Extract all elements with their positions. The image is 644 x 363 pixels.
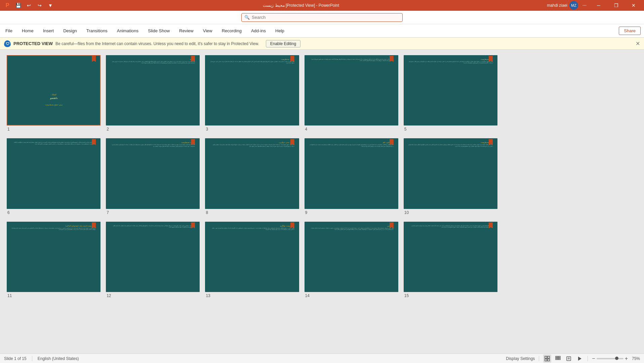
slide-thumb-1: استاد : دانشجو درس حقوق محیط زیست <box>7 55 100 125</box>
tab-recording[interactable]: Recording <box>217 26 246 36</box>
slide-item-6[interactable]: در حقوق کیفری معاصر دانشمندان قائل به لز… <box>7 138 100 215</box>
slide-thumb-7: ضمانت محیط‌زیست ضمانت اجرای قوانین محیط … <box>106 138 200 209</box>
slide-item-15[interactable]: یکی از چالش‌های اصلی در حقوق محیط زیست ا… <box>404 222 497 298</box>
user-avatar[interactable]: MZ <box>569 1 578 10</box>
tab-review[interactable]: Review <box>174 26 198 36</box>
slide-thumb-4: برنامه اینکه به توجه به چند روز ماندگاری… <box>305 55 398 125</box>
view-slide-sorter-button[interactable] <box>554 355 562 363</box>
slide-number-14: 14 <box>305 293 310 298</box>
zoom-thumb <box>615 357 618 360</box>
slide-item-10[interactable]: کیفر محیط‌زیست بر اساس نظام حقوقی ایران،… <box>404 138 497 215</box>
svg-rect-6 <box>559 356 560 358</box>
view-reading-button[interactable] <box>565 355 573 363</box>
zoom-in-button[interactable]: + <box>625 356 628 361</box>
protected-view-banner: 🛡 PROTECTED VIEW Be careful—files from t… <box>0 38 644 50</box>
status-divider-3 <box>588 356 588 361</box>
share-button[interactable]: Share <box>619 27 641 35</box>
slide-item-3[interactable]: حریمه محیط‌زیست مجازات‌های مربوط به جرائ… <box>205 55 299 132</box>
svg-rect-0 <box>545 356 547 358</box>
slide-thumb-10: کیفر محیط‌زیست بر اساس نظام حقوقی ایران،… <box>404 138 497 209</box>
enable-editing-button[interactable]: Enable Editing <box>266 40 300 47</box>
tab-help[interactable]: Help <box>271 26 289 36</box>
close-button[interactable]: ✕ <box>626 0 641 11</box>
slide-thumb-14: حد و مرز تعیین حدود و مرزهای مسئولیت در … <box>305 222 398 292</box>
tab-transitions[interactable]: Transitions <box>82 26 112 36</box>
slide-item-13[interactable]: محیط‌زیست توانگری توسعه پایدار به عنوان … <box>205 222 299 298</box>
slide-number-10: 10 <box>404 210 409 215</box>
svg-rect-9 <box>559 358 560 360</box>
svg-rect-3 <box>548 359 550 361</box>
status-bar: Slide 1 of 15 English (United States) Di… <box>0 354 644 363</box>
tab-home[interactable]: Home <box>17 26 38 36</box>
slide-item-14[interactable]: حد و مرز تعیین حدود و مرزهای مسئولیت در … <box>305 222 398 298</box>
save-icon[interactable]: 💾 <box>13 2 23 9</box>
redo-icon[interactable]: ↪ <box>35 2 44 9</box>
slide-thumb-2: مقدمه شناخت ما درباره نزاعی که از نزاعات… <box>106 55 200 125</box>
shield-icon: 🛡 <box>4 40 11 47</box>
minimize-button[interactable]: ─ <box>591 0 606 11</box>
title-bar-center: محیط زیست [Protected View] - PowerPoint <box>55 3 547 8</box>
slide-thumb-5: کیفر محیط‌زیست کیفر در حقوق محیط زیست به… <box>404 55 497 125</box>
slide-thumb-12: مسائل زیست محیطی در عصر حاضر دیگر محدود … <box>106 222 200 292</box>
status-bar-right: Display Settings − + 75% <box>506 355 640 363</box>
slide-number-5: 5 <box>404 127 407 132</box>
slide-item-12[interactable]: مسائل زیست محیطی در عصر حاضر دیگر محدود … <box>106 222 200 298</box>
slide-thumb-9: سند قانون علم اسناد و قوانین بین‌المللی … <box>305 138 398 209</box>
slide-item-7[interactable]: ضمانت محیط‌زیست ضمانت اجرای قوانین محیط … <box>106 138 200 215</box>
restore-button[interactable]: ❐ <box>608 0 624 11</box>
powerpoint-icon[interactable]: P <box>3 2 12 9</box>
title-bar-left: P 💾 ↩ ↪ ▼ <box>3 2 55 9</box>
ribbon-display-icon[interactable]: ⋯ <box>580 1 589 10</box>
slide-item-5[interactable]: کیفر محیط‌زیست کیفر در حقوق محیط زیست به… <box>404 55 497 132</box>
slide-number-3: 3 <box>205 127 208 132</box>
zoom-out-button[interactable]: − <box>592 356 595 361</box>
protected-view-text: Be careful—files from the Internet can c… <box>55 41 259 46</box>
banner-close-icon[interactable]: ✕ <box>636 40 640 47</box>
slide-number-7: 7 <box>106 210 109 215</box>
slide-thumb-6: در حقوق کیفری معاصر دانشمندان قائل به لز… <box>7 138 100 209</box>
zoom-level[interactable]: 75% <box>629 356 640 361</box>
tab-addins[interactable]: Add-ins <box>246 26 271 36</box>
window-title: محیط زیست [Protected View] - PowerPoint <box>263 3 339 8</box>
svg-rect-10 <box>567 357 571 361</box>
title-bar: P 💾 ↩ ↪ ▼ محیط زیست [Protected View] - P… <box>0 0 644 11</box>
slide-thumb-11: محیط‌زیست امنیت ملت (مسئولیت کمالی) محیط… <box>7 222 100 292</box>
tab-slideshow[interactable]: Slide Show <box>143 26 174 36</box>
svg-marker-13 <box>578 357 581 361</box>
undo-icon[interactable]: ↩ <box>24 2 34 9</box>
slide-number-15: 15 <box>404 293 409 298</box>
view-slideshow-button[interactable] <box>575 355 583 363</box>
slide-item-9[interactable]: سند قانون علم اسناد و قوانین بین‌المللی … <box>305 138 398 215</box>
tab-insert[interactable]: Insert <box>38 26 59 36</box>
tab-design[interactable]: Design <box>58 26 81 36</box>
slide-number-11: 11 <box>7 293 12 298</box>
search-input-wrap[interactable]: 🔍 <box>241 13 403 22</box>
slide-item-2[interactable]: مقدمه شناخت ما درباره نزاعی که از نزاعات… <box>106 55 200 132</box>
display-settings[interactable]: Display Settings <box>506 356 535 361</box>
slide-number-13: 13 <box>205 293 210 298</box>
slide-thumb-8: حقوق مدنی، جزائی و... در چارچوب حقوق محی… <box>205 138 299 209</box>
slide-item-11[interactable]: محیط‌زیست امنیت ملت (مسئولیت کمالی) محیط… <box>7 222 100 298</box>
slide-item-1[interactable]: استاد : دانشجو درس حقوق محیط زیست 1 <box>7 55 100 132</box>
tab-view[interactable]: View <box>198 26 217 36</box>
slide-item-8[interactable]: حقوق مدنی، جزائی و... در چارچوب حقوق محی… <box>205 138 299 215</box>
customize-icon[interactable]: ▼ <box>46 2 55 9</box>
slide-number-2: 2 <box>106 127 109 132</box>
svg-rect-2 <box>545 359 547 361</box>
slide-item-4[interactable]: برنامه اینکه به توجه به چند روز ماندگاری… <box>305 55 398 132</box>
search-input[interactable] <box>252 15 400 20</box>
slide-thumb-13: محیط‌زیست توانگری توسعه پایدار به عنوان … <box>205 222 299 292</box>
svg-rect-4 <box>556 356 557 358</box>
view-normal-button[interactable] <box>543 355 551 363</box>
user-name: mahdi ziaei <box>547 3 567 8</box>
svg-rect-1 <box>548 356 550 358</box>
zoom-slider[interactable] <box>597 358 623 359</box>
svg-rect-8 <box>557 358 559 360</box>
zoom-bar: − + 75% <box>592 356 640 361</box>
tab-file[interactable]: File <box>1 26 17 36</box>
title-bar-right: mahdi ziaei MZ ⋯ ─ ❐ ✕ <box>547 0 641 11</box>
slide-number-4: 4 <box>305 127 308 132</box>
slide-number-1: 1 <box>7 127 10 132</box>
protected-view-label: PROTECTED VIEW <box>13 41 53 46</box>
tab-animations[interactable]: Animations <box>112 26 143 36</box>
